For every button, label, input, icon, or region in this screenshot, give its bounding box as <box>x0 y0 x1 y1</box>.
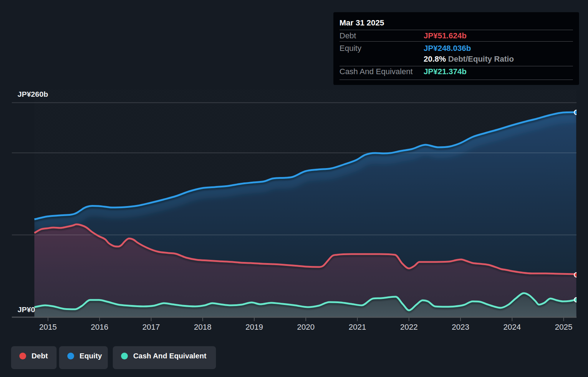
svg-text:2020: 2020 <box>297 323 315 331</box>
svg-text:2025: 2025 <box>555 323 573 331</box>
svg-text:2024: 2024 <box>503 323 521 331</box>
svg-text:2023: 2023 <box>452 323 469 331</box>
svg-text:2021: 2021 <box>349 323 366 331</box>
svg-text:2019: 2019 <box>246 323 263 331</box>
svg-text:JP¥260b: JP¥260b <box>18 90 48 98</box>
svg-text:2017: 2017 <box>143 323 160 331</box>
svg-text:2015: 2015 <box>39 323 57 331</box>
svg-text:2018: 2018 <box>194 323 212 331</box>
svg-text:2022: 2022 <box>400 323 418 331</box>
svg-text:2016: 2016 <box>91 323 109 331</box>
svg-text:JP¥0: JP¥0 <box>18 305 35 314</box>
